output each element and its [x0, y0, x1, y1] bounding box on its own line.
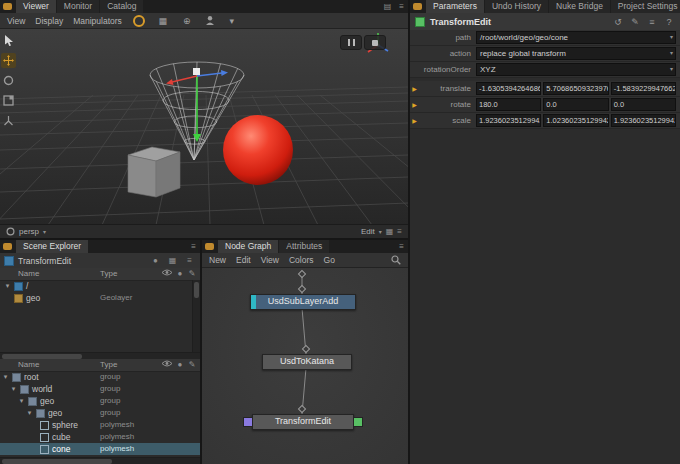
list-item[interactable]: geo Geolayer: [0, 292, 200, 304]
visibility-column-icon[interactable]: [162, 360, 174, 367]
path-input[interactable]: /root/world/geo/geo/cone ▾: [476, 31, 676, 44]
table-row[interactable]: sphere polymesh: [0, 419, 200, 431]
viewport-scene[interactable]: [0, 29, 408, 225]
list-item[interactable]: ▾ /: [0, 280, 200, 292]
panel-tab-icon[interactable]: [3, 243, 12, 250]
node-graph-canvas[interactable]: UsdSubLayerAdd UsdToKatana TransformEdit: [202, 268, 408, 464]
scale-z-field[interactable]: 1.923602351299424: [611, 114, 676, 127]
status-menu-icon[interactable]: ≡: [397, 227, 402, 236]
node-usdtokatana[interactable]: UsdToKatana: [262, 354, 352, 370]
tab-project-settings[interactable]: Project Settings: [611, 0, 680, 13]
table-row[interactable]: ▾root group: [0, 371, 200, 383]
vertical-scrollbar[interactable]: [192, 280, 200, 352]
expander-icon[interactable]: ▾: [18, 397, 25, 405]
table-row[interactable]: ▾geo group: [0, 407, 200, 419]
menu-colors[interactable]: Colors: [289, 255, 314, 265]
horizontal-scrollbar[interactable]: [0, 457, 200, 464]
action-dropdown[interactable]: replace global transform ▾: [476, 47, 676, 60]
tab-parameters[interactable]: Parameters: [426, 0, 484, 13]
keyed-marker-icon[interactable]: ▶: [410, 85, 419, 92]
panel-menu-icon[interactable]: ≡: [187, 240, 200, 253]
edit-flag-icon[interactable]: [415, 17, 425, 27]
table-row[interactable]: ▾world group: [0, 383, 200, 395]
expander-icon[interactable]: ▾: [26, 409, 33, 417]
pivot-icon[interactable]: ⊕: [180, 15, 194, 27]
scale-tool-icon[interactable]: [1, 93, 16, 108]
panel-menu-icon[interactable]: ≡: [395, 240, 408, 253]
rotate-y-field[interactable]: 0.0: [543, 98, 608, 111]
tab-scene-explorer[interactable]: Scene Explorer: [16, 240, 88, 253]
grid-toggle-icon[interactable]: ▦: [156, 15, 170, 27]
translate-z-field[interactable]: -1.5839229947662365: [611, 82, 676, 95]
scrollbar-thumb[interactable]: [194, 282, 199, 298]
column-type[interactable]: Type: [100, 269, 117, 278]
camera-caret-icon[interactable]: ▾: [43, 228, 46, 235]
tab-catalog[interactable]: Catalog: [100, 0, 143, 13]
table-row-selected[interactable]: cone polymesh: [0, 443, 200, 455]
chevron-down-icon[interactable]: ▾: [670, 32, 673, 43]
manipulator-center-handle[interactable]: [193, 68, 200, 75]
table-row[interactable]: cube polymesh: [0, 431, 200, 443]
menu-new[interactable]: New: [209, 255, 226, 265]
render-column-icon[interactable]: ●: [174, 269, 186, 278]
panel-menu-icon[interactable]: ≡: [395, 0, 408, 13]
panel-split-icon[interactable]: ▤: [381, 0, 394, 13]
reset-icon[interactable]: ↺: [612, 17, 624, 27]
camera-caret-icon[interactable]: ▾: [228, 15, 236, 27]
menu-manipulators[interactable]: Manipulators: [73, 16, 122, 26]
panel-tab-icon[interactable]: [3, 3, 12, 10]
select-tool-icon[interactable]: [1, 33, 16, 48]
translate-manipulator[interactable]: [166, 68, 228, 142]
edit-mode-label[interactable]: Edit: [361, 227, 375, 236]
column-name[interactable]: Name: [18, 360, 39, 369]
snapshot-icon[interactable]: ●: [149, 254, 162, 267]
scrollbar-thumb[interactable]: [2, 459, 112, 464]
column-type[interactable]: Type: [100, 360, 117, 369]
edit-flag-icon[interactable]: [353, 417, 363, 427]
keyed-marker-icon[interactable]: ▶: [410, 117, 419, 124]
tab-nuke-bridge[interactable]: Nuke Bridge: [549, 0, 610, 13]
visibility-column-icon[interactable]: [162, 269, 174, 276]
expander-icon[interactable]: ▾: [2, 373, 9, 381]
expander-icon[interactable]: ▾: [4, 282, 11, 290]
cube-object[interactable]: [128, 147, 180, 197]
translate-y-field[interactable]: 5.7068650932397675: [543, 82, 608, 95]
viewport-3d[interactable]: [0, 29, 408, 225]
edit-column-icon[interactable]: ✎: [186, 360, 198, 369]
tab-monitor[interactable]: Monitor: [57, 0, 99, 13]
render-column-icon[interactable]: ●: [174, 360, 186, 369]
rotate-x-field[interactable]: 180.0: [476, 98, 541, 111]
edit-column-icon[interactable]: ✎: [186, 269, 198, 278]
help-icon[interactable]: ?: [663, 17, 675, 27]
chevron-down-icon[interactable]: ▾: [670, 48, 673, 59]
tab-node-graph[interactable]: Node Graph: [218, 240, 278, 253]
table-row[interactable]: ▾geo group: [0, 395, 200, 407]
tab-undo-history[interactable]: Undo History: [485, 0, 548, 13]
edit-caret-icon[interactable]: ▾: [379, 228, 382, 235]
translate-x-field[interactable]: -1.630539426468677: [476, 82, 541, 95]
node-transformedit[interactable]: TransformEdit: [252, 414, 354, 430]
view-flag-icon[interactable]: [243, 417, 253, 427]
chevron-down-icon[interactable]: ▾: [670, 64, 673, 75]
status-grid-icon[interactable]: ▦: [386, 227, 394, 236]
menu-view[interactable]: View: [7, 16, 25, 26]
scale-y-field[interactable]: 1.023602351299424: [543, 114, 608, 127]
expander-icon[interactable]: ▾: [10, 385, 17, 393]
menu-edit[interactable]: Edit: [236, 255, 251, 265]
header-menu-icon[interactable]: ≡: [646, 17, 658, 27]
sphere-object[interactable]: [223, 115, 293, 185]
menu-view[interactable]: View: [261, 255, 279, 265]
rotate-z-field[interactable]: 0.0: [611, 98, 676, 111]
rotate-tool-icon[interactable]: [1, 73, 16, 88]
edit-icon[interactable]: ✎: [629, 17, 641, 27]
filter-icon[interactable]: ▦: [166, 254, 179, 267]
column-name[interactable]: Name: [18, 269, 39, 278]
menu-go[interactable]: Go: [324, 255, 335, 265]
user-camera-icon[interactable]: [204, 15, 218, 27]
scale-x-field[interactable]: 1.923602351299424: [476, 114, 541, 127]
snapping-icon[interactable]: [132, 15, 146, 27]
search-icon[interactable]: [391, 255, 401, 265]
panel-tab-icon[interactable]: [413, 3, 422, 10]
explorer-node-name[interactable]: TransformEdit: [18, 256, 71, 266]
pause-button[interactable]: [340, 35, 362, 50]
